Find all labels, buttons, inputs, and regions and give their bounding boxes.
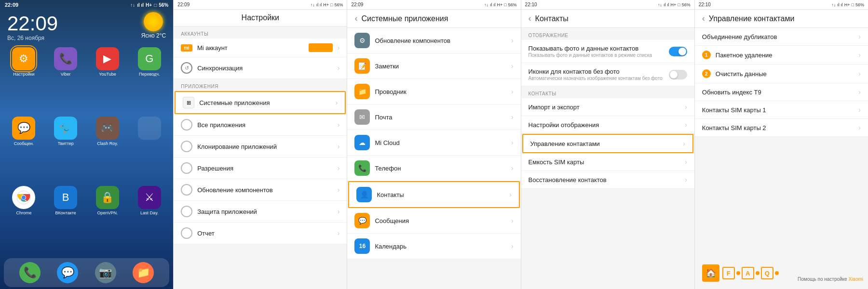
faq-dot3 [775, 271, 779, 275]
app-viber[interactable]: 📞 Viber [47, 47, 85, 113]
contacts-import-export[interactable]: Импорт и экспорт › [521, 98, 694, 116]
app-vk-label: ВКонтакте [55, 210, 76, 215]
sysapp-sms[interactable]: 💬 Сообщения › [347, 208, 520, 234]
home-dock: 📞 💬 📷 📁 [4, 258, 169, 287]
sysapp-calendar[interactable]: 16 Календарь › [347, 234, 520, 259]
contacts-manage[interactable]: Управление контактами › [522, 134, 693, 153]
app-chrome-label: Chrome [16, 210, 31, 215]
status-icons-4: ↑↓ ıl ıl H+ □ 56% [658, 2, 691, 7]
app-openvpn-icon[interactable]: 🔒 [96, 186, 119, 209]
back-arrow-4[interactable]: ‹ [529, 13, 531, 24]
manage-update-t9[interactable]: Обновить индекс Т9 › [695, 83, 868, 101]
contacts-restore[interactable]: Восстановление контактов › [521, 171, 694, 189]
manage-contacts-header: ‹ Управление контактами [695, 10, 868, 28]
settings-permissions[interactable]: Разрешения › [174, 158, 347, 179]
settings-protect-apps[interactable]: Защита приложений › [174, 201, 347, 223]
app-translate-label: Переводч. [139, 72, 160, 77]
contacts-title: Контакты [535, 14, 569, 23]
app-youtube[interactable]: ▶ YouTube [89, 47, 127, 113]
sysapp-update[interactable]: ⚙ Обновление компонентов › [347, 28, 520, 53]
app-translate[interactable]: G Переводч. [130, 47, 168, 113]
report-text: Отчет [197, 230, 333, 237]
sysapp-micloud[interactable]: ☁ Mi Cloud › [347, 130, 520, 156]
sysapp-mail[interactable]: ✉ Почта › [347, 105, 520, 130]
app-openvpn[interactable]: 🔒 OpenVPN. [89, 186, 127, 251]
update-t9-text: Обновить индекс Т9 [702, 89, 854, 96]
app-messages-icon[interactable]: 💬 [12, 117, 35, 140]
batch-delete-text: Пакетное удаление [716, 52, 854, 59]
dock-messages[interactable]: 💬 [57, 262, 78, 283]
manage-clear-data[interactable]: 2 Очистить данные › [695, 65, 868, 83]
sysapp-contacts-icon: 👤 [356, 187, 372, 202]
app-youtube-icon[interactable]: ▶ [96, 47, 119, 70]
sysapp-explorer[interactable]: 📁 Проводник › [347, 79, 520, 105]
app-lastday[interactable]: ⚔ Last Day. [130, 186, 168, 251]
sysapp-explorer-icon: 📁 [354, 84, 370, 99]
back-arrow-3[interactable]: ‹ [354, 13, 357, 24]
app-translate-icon[interactable]: G [138, 47, 161, 70]
sysapp-notes[interactable]: 📝 Заметки › [347, 53, 520, 79]
home-status-icons: ↑↓ ıl ıl H+ □ 56% [130, 2, 168, 8]
manage-sim2-contacts[interactable]: Контакты SIM карты 2 › [695, 119, 868, 137]
app-twitter-icon[interactable]: 🐦 [54, 117, 77, 140]
app-vk[interactable]: В ВКонтакте [47, 186, 85, 251]
app-lastday-icon[interactable]: ⚔ [138, 186, 161, 209]
settings-report[interactable]: Отчет › [174, 223, 347, 244]
dock-files[interactable]: 📁 [133, 262, 154, 283]
faq-house-icon: 🏠 [702, 264, 719, 282]
status-time-3: 22:09 [351, 2, 363, 7]
faq-help-text: Помощь по настройке Xiaomi [798, 276, 863, 282]
settings-sync[interactable]: ↺ Синхронизация › [174, 57, 347, 79]
app-twitter[interactable]: 🐦 Твиттер [47, 117, 85, 182]
manage-batch-delete[interactable]: 1 Пакетное удаление › [695, 46, 868, 65]
app-chrome-icon[interactable] [12, 186, 35, 209]
permissions-text: Разрешения [197, 165, 333, 172]
system-apps-scroll[interactable]: ⚙ Обновление компонентов › 📝 Заметки › 📁… [347, 28, 520, 289]
settings-title: Настройки [174, 10, 347, 26]
settings-clone-apps[interactable]: Клонирование приложений › [174, 136, 347, 158]
show-photos-text: Показывать фото и данные контактов [529, 45, 664, 52]
settings-panel: 22:09 ↑↓ ıl ıl H+ □ 56% Настройки АККАУН… [173, 0, 347, 289]
section-accounts: АККАУНТЫ [174, 26, 347, 39]
sim1-text: Контакты SIM карты 1 [702, 106, 854, 114]
contacts-sim-capacity[interactable]: Емкость SIM карты › [521, 153, 694, 171]
app-lastday-label: Last Day. [140, 210, 158, 215]
app-settings[interactable]: ⚙ Настройки [5, 47, 43, 113]
toggle-show-photos[interactable] [669, 47, 687, 56]
app-settings-icon[interactable]: ⚙ [12, 47, 35, 70]
app-clash[interactable]: 🎮 Clash Roy. [89, 117, 127, 182]
status-time-4: 22:10 [525, 2, 537, 7]
app-empty-icon [138, 117, 161, 140]
settings-system-apps[interactable]: ⊞ Системные приложения › [175, 91, 346, 114]
toggle-icons-nophoto[interactable] [669, 70, 687, 79]
settings-mi-account[interactable]: mi Mi аккаунт › [174, 39, 347, 57]
back-arrow-5[interactable]: ‹ [702, 13, 705, 24]
shield-icon [181, 206, 192, 217]
dock-camera[interactable]: 📷 [95, 262, 116, 283]
sysapp-contacts[interactable]: 👤 Контакты › [348, 181, 519, 208]
app-chrome[interactable]: Chrome [5, 186, 43, 251]
app-clash-icon[interactable]: 🎮 [96, 117, 119, 140]
manage-sim1-contacts[interactable]: Контакты SIM карты 1 › [695, 101, 868, 119]
sysapp-notes-icon: 📝 [354, 58, 370, 74]
sysapp-phone[interactable]: 📞 Телефон › [347, 156, 520, 181]
sysapp-explorer-text: Проводник [375, 88, 506, 95]
settings-scroll[interactable]: АККАУНТЫ mi Mi аккаунт › ↺ Синхронизация… [174, 26, 347, 289]
settings-all-apps[interactable]: Все приложения › [174, 114, 347, 136]
sysapp-contacts-text: Контакты [377, 191, 504, 198]
app-messages[interactable]: 💬 Сообщен. [5, 117, 43, 182]
import-export-text: Импорт и экспорт [529, 104, 680, 111]
settings-update-components[interactable]: Обновление компонентов › [174, 179, 347, 201]
manage-contacts-scroll[interactable]: Объединение дубликатов › 1 Пакетное удал… [695, 28, 868, 289]
app-vk-icon[interactable]: В [54, 186, 77, 209]
app-viber-label: Viber [61, 72, 71, 77]
manage-merge-duplicates[interactable]: Объединение дубликатов › [695, 28, 868, 46]
contacts-display-settings[interactable]: Настройки отображения › [521, 116, 694, 134]
dock-phone[interactable]: 📞 [19, 262, 41, 283]
app-clash-label: Clash Roy. [97, 141, 118, 146]
contacts-scroll[interactable]: ОТОБРАЖЕНИЕ Показывать фото и данные кон… [521, 28, 694, 289]
contacts-icons-nophoto[interactable]: Иконки для контактов без фото Автоматиче… [521, 63, 694, 86]
contacts-show-photos[interactable]: Показывать фото и данные контактов Показ… [521, 40, 694, 63]
app-viber-icon[interactable]: 📞 [54, 47, 77, 70]
faq-dot2 [756, 271, 760, 275]
